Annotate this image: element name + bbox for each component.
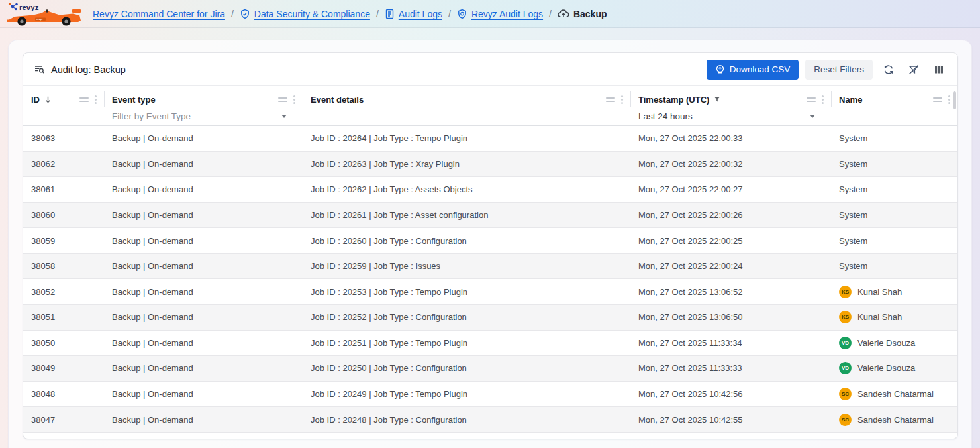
columns-button[interactable] (930, 60, 948, 79)
toolbar-actions: Download CSV Reset Filters (707, 60, 948, 80)
page-panel: Audit log: Backup Download CSV Reset Fil… (8, 40, 972, 448)
event-details-cell: Job ID : 20250 | Job Type : Configuratio… (303, 363, 630, 373)
name-cell: System (831, 133, 957, 143)
name-cell: KS Kunal Shah (831, 311, 957, 323)
timestamp-cell: Mon, 27 Oct 2025 13:06:50 (630, 312, 831, 322)
timestamp-cell: Mon, 27 Oct 2025 22:00:32 (630, 159, 831, 169)
name-cell: SC Sandesh Chatarmal (831, 388, 957, 400)
grid-toolbar: Audit log: Backup Download CSV Reset Fil… (23, 53, 957, 86)
event-type-cell: Backup | On-demand (104, 312, 303, 322)
column-menu-icon[interactable] (93, 94, 99, 105)
table-row: 38059 Backup | On-demand Job ID : 20260 … (23, 228, 957, 254)
column-label: ID (31, 95, 40, 105)
list-search-icon (34, 64, 45, 75)
reset-filters-button[interactable]: Reset Filters (805, 60, 873, 80)
refresh-button[interactable] (879, 60, 898, 79)
event-type-cell: Backup | On-demand (104, 261, 303, 271)
event-details-cell: Job ID : 20263 | Job Type : Xray Plugin (303, 159, 630, 169)
event-type-filter[interactable] (112, 108, 289, 125)
name-cell: System (831, 184, 957, 194)
timestamp-cell: Mon, 27 Oct 2025 10:42:56 (630, 389, 831, 399)
user-name: System (839, 133, 867, 143)
id-cell: 38059 (23, 236, 104, 246)
event-type-cell: Backup | On-demand (104, 159, 303, 169)
svg-text:revyz: revyz (36, 18, 42, 21)
avatar: SC (839, 388, 852, 400)
column-header-event-type[interactable]: Event type (104, 86, 303, 125)
columns-icon (933, 64, 945, 76)
breadcrumb-separator: / (376, 9, 379, 19)
breadcrumb-item-revyz-audit-logs[interactable]: Revyz Audit Logs (457, 9, 543, 19)
timestamp-cell: Mon, 27 Oct 2025 11:33:34 (630, 338, 831, 348)
name-cell: System (831, 210, 957, 220)
breadcrumb-label: Revyz Audit Logs (471, 9, 543, 19)
column-label: Event details (311, 95, 364, 105)
column-header-id[interactable]: ID (23, 86, 104, 125)
column-menu-icon[interactable] (820, 94, 826, 105)
breadcrumb-label: Revyz Command Center for Jira (93, 9, 225, 19)
column-label: Name (839, 95, 862, 105)
timestamp-cell: Mon, 27 Oct 2025 22:00:33 (630, 133, 831, 143)
table-row: 38063 Backup | On-demand Job ID : 20264 … (23, 126, 957, 152)
refresh-icon (883, 64, 895, 76)
event-details-cell: Job ID : 20253 | Job Type : Tempo Plugin (303, 287, 630, 297)
column-resize-icon[interactable] (933, 97, 942, 102)
table-row: 38061 Backup | On-demand Job ID : 20262 … (23, 177, 957, 203)
column-header-timestamp[interactable]: Timestamp (UTC) Last 24 hours (630, 86, 831, 125)
column-header-event-details[interactable]: Event details (303, 86, 630, 125)
event-details-cell: Job ID : 20252 | Job Type : Configuratio… (303, 312, 630, 322)
table-row: 38060 Backup | On-demand Job ID : 20261 … (23, 203, 957, 229)
event-details-cell: Job ID : 20262 | Job Type : Assets Objec… (303, 184, 630, 194)
download-csv-button[interactable]: Download CSV (707, 60, 799, 80)
reset-filters-label: Reset Filters (814, 64, 864, 74)
id-cell: 38063 (23, 133, 104, 143)
breadcrumb-item-audit-logs[interactable]: Audit Logs (385, 9, 442, 19)
chevron-down-icon (810, 115, 815, 118)
timestamp-cell: Mon, 27 Oct 2025 22:00:27 (630, 184, 831, 194)
column-resize-icon[interactable] (79, 97, 89, 102)
vertical-scrollbar[interactable] (953, 91, 956, 109)
user-name: System (839, 261, 867, 271)
avatar: SC (839, 414, 852, 426)
audit-log-card: Audit log: Backup Download CSV Reset Fil… (23, 52, 958, 439)
user-name: System (839, 236, 867, 246)
user-name: Kunal Shah (858, 287, 902, 297)
event-type-cell: Backup | On-demand (104, 363, 303, 373)
column-resize-icon[interactable] (807, 97, 816, 102)
breadcrumb-item-data-security[interactable]: Data Security & Compliance (240, 9, 370, 19)
id-cell: 38062 (23, 159, 104, 169)
column-resize-icon[interactable] (606, 97, 615, 102)
chevron-down-icon (281, 115, 287, 118)
sort-desc-icon (44, 95, 52, 104)
breadcrumb-item-command-center[interactable]: Revyz Command Center for Jira (93, 9, 225, 19)
breadcrumb: Revyz Command Center for Jira / Data Sec… (93, 9, 607, 19)
table-row: 38050 Backup | On-demand Job ID : 20251 … (23, 331, 957, 357)
breadcrumb-label: Audit Logs (399, 9, 442, 19)
column-menu-icon[interactable] (619, 94, 625, 105)
cloud-backup-icon (558, 9, 569, 19)
event-details-cell: Job ID : 20249 | Job Type : Tempo Plugin (303, 389, 630, 399)
event-details-cell: Job ID : 20259 | Job Type : Issues (303, 261, 630, 271)
timestamp-filter-select[interactable]: Last 24 hours (638, 108, 818, 125)
id-cell: 38058 (23, 261, 104, 271)
id-cell: 38048 (23, 389, 104, 399)
clear-filter-button[interactable] (905, 60, 923, 79)
timestamp-filter-value: Last 24 hours (638, 111, 810, 121)
column-resize-icon[interactable] (278, 97, 287, 102)
filter-off-icon (908, 64, 920, 76)
id-cell: 38060 (23, 210, 104, 220)
table-row: 38051 Backup | On-demand Job ID : 20252 … (23, 305, 957, 331)
user-name: System (839, 210, 867, 220)
event-type-filter-input[interactable] (112, 111, 281, 121)
column-header-name[interactable]: Name (831, 86, 957, 125)
user-name: Kunal Shah (858, 312, 902, 322)
column-menu-icon[interactable] (291, 94, 297, 105)
breadcrumb-label: Data Security & Compliance (254, 9, 370, 19)
breadcrumb-separator: / (549, 9, 552, 19)
event-type-cell: Backup | On-demand (104, 210, 303, 220)
avatar: KS (839, 286, 852, 298)
event-type-cell: Backup | On-demand (104, 133, 303, 143)
table-row: 38062 Backup | On-demand Job ID : 20263 … (23, 152, 957, 178)
column-menu-icon[interactable] (946, 94, 952, 105)
timestamp-cell: Mon, 27 Oct 2025 11:33:33 (630, 363, 831, 373)
